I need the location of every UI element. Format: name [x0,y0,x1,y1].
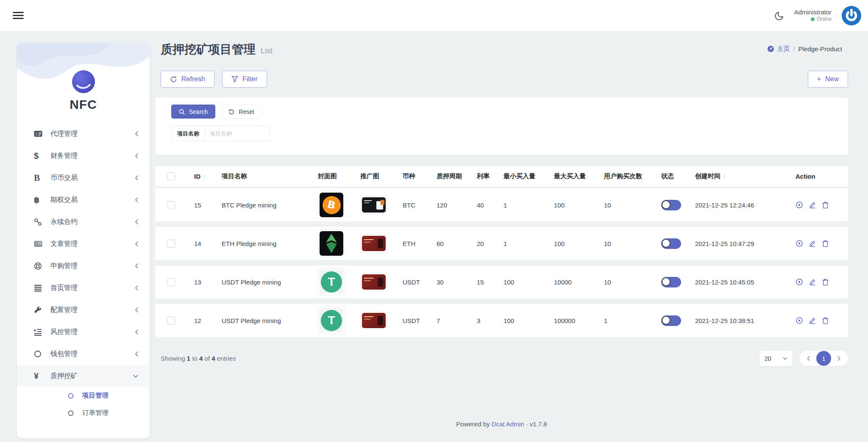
breadcrumb-home-link[interactable]: 主页 [767,45,790,53]
delete-icon[interactable] [822,278,829,286]
chevron-left-icon [135,153,139,159]
cell-max-buy: 100 [554,202,604,209]
status-toggle[interactable] [661,315,681,326]
page-size-select[interactable]: 20 [760,351,793,366]
newspaper-icon [34,240,45,248]
sidebar-item-label: 永续合约 [50,218,78,227]
status-toggle[interactable] [661,200,681,210]
bars-icon [34,285,45,292]
cell-user-buy-count: 10 [604,202,661,209]
cell-rate: 15 [477,279,504,286]
search-button[interactable]: Search [171,105,215,119]
view-icon[interactable] [796,278,803,286]
sort-arrow-icon[interactable]: ↑ [723,173,726,180]
edit-icon[interactable] [809,278,816,286]
view-icon[interactable] [796,240,803,247]
sidebar-submenu-item[interactable]: 订单管理 [17,404,150,422]
sidebar-item-label: 文章管理 [50,240,78,249]
column-rate: 利率 [477,172,504,180]
view-icon[interactable] [796,317,803,324]
delete-icon[interactable] [822,240,829,247]
avatar[interactable] [841,5,862,26]
sidebar-menu-item[interactable]: 代理管理 [17,123,150,145]
table-row: 12 USDT Pledge mining T USDT 7 3 100 100… [155,304,848,337]
select-all-checkbox[interactable] [167,172,175,180]
table-header: ID↑项目名称封面图推广图币种质押周期利率最小买入量最大买入量用户购买次数状态创… [155,166,848,186]
cell-id: 12 [194,317,222,324]
sidebar-menu-item[interactable]: 风控管理 [17,321,150,343]
online-status: Online [817,16,832,22]
sidebar-item-label: 代理管理 [50,130,78,138]
cell-id: 15 [194,202,222,209]
new-button[interactable]: + New [808,71,848,88]
next-page-button[interactable] [833,356,844,361]
table-row: 14 ETH Pledge mining ETH 60 20 1 100 10 … [155,227,848,260]
breadcrumb-current: Pledge-Product [798,45,842,52]
logo-sphere-icon [72,70,95,93]
sidebar-menu-item[interactable]: $ 财务管理 [17,145,150,167]
sidebar-menu-item[interactable]: B 币币交易 [17,167,150,189]
sidebar: NFC 代理管理 $ 财务管理 B 币币交易 ฿ 期权交易 永续合约 文章管理 … [17,43,150,438]
row-checkbox[interactable] [167,240,175,248]
project-name-input[interactable] [205,126,270,141]
life-ring-icon [34,262,45,270]
entries-summary: Showing 1 to 4 of 4 entries [161,355,236,362]
edit-icon[interactable] [809,240,816,247]
breadcrumb: 主页 / Pledge-Product [767,45,842,53]
cell-rate: 20 [477,240,504,247]
red-promo [360,234,387,253]
sidebar-item-label: 币币交易 [50,174,78,182]
sidebar-item-label: 首页管理 [50,284,78,293]
outdent-icon [34,329,45,336]
filter-field-group: 项目名称 [171,126,270,141]
page-1-button[interactable]: 1 [816,351,831,366]
filter-button[interactable]: Filter [222,71,267,88]
sidebar-menu-item[interactable]: ¥ 质押挖矿 [17,365,150,387]
delete-icon[interactable] [822,317,829,324]
row-checkbox[interactable] [167,278,175,286]
bitcoin-icon: ฿ [34,195,45,205]
filter-panel: Search Reset 项目名称 [155,97,848,155]
edit-icon[interactable] [809,201,816,209]
dark-mode-moon-icon[interactable] [774,10,785,21]
column-created[interactable]: 创建时间↑ [695,172,796,180]
delete-icon[interactable] [822,201,829,209]
data-table: ID↑项目名称封面图推广图币种质押周期利率最小买入量最大买入量用户购买次数状态创… [155,166,848,337]
cell-user-buy-count: 1 [604,317,661,324]
chevron-left-icon [135,351,139,357]
cell-coin: USDT [403,279,437,286]
red-promo [360,273,387,291]
sort-arrow-icon[interactable]: ↑ [203,173,206,180]
view-icon[interactable] [796,201,803,209]
cell-project-name: BTC Pledge mining [222,202,318,209]
sidebar-menu-item[interactable]: 申购管理 [17,255,150,277]
sidebar-menu-item[interactable]: 永续合约 [17,211,150,233]
row-checkbox[interactable] [167,317,175,325]
sidebar-submenu-item[interactable]: 项目管理 [17,387,150,404]
prev-page-button[interactable] [803,356,814,361]
search-icon [179,109,185,115]
sidebar-item-label: 申购管理 [50,262,78,271]
sidebar-menu-item[interactable]: 配置管理 [17,299,150,321]
red-promo [360,311,387,330]
edit-icon[interactable] [809,317,816,324]
dcat-admin-link[interactable]: Dcat Admin [492,420,524,428]
status-toggle[interactable] [661,238,681,249]
refresh-button[interactable]: Refresh [161,71,214,88]
cell-max-buy: 100000 [554,317,604,324]
sidebar-menu-item[interactable]: 首页管理 [17,277,150,299]
hamburger-menu-icon[interactable] [13,10,24,21]
page-title: 质押挖矿项目管理 [161,41,256,58]
sidebar-menu-item[interactable]: 钱包管理 [17,343,150,365]
reset-button[interactable]: Reset [221,105,262,119]
online-dot [811,17,815,21]
chevron-left-icon [135,131,139,137]
cell-max-buy: 100 [554,240,604,247]
row-checkbox[interactable] [167,201,175,209]
toolbar: Refresh Filter + New [155,71,848,88]
column-id[interactable]: ID↑ [194,173,222,180]
cell-project-name: USDT Pledge mining [222,317,318,324]
sidebar-menu-item[interactable]: 文章管理 [17,233,150,255]
status-toggle[interactable] [661,277,681,287]
sidebar-menu-item[interactable]: ฿ 期权交易 [17,189,150,211]
